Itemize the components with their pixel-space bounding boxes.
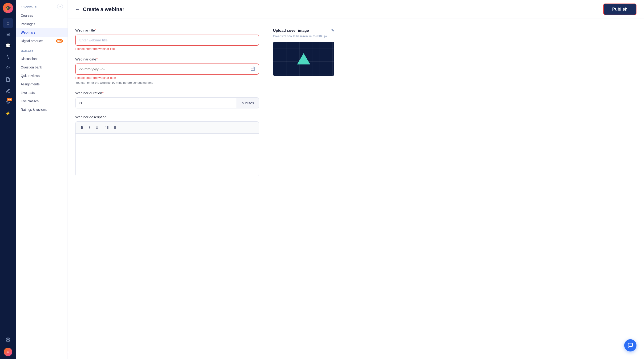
webinar-title-input[interactable]: [75, 34, 259, 46]
main-content: ← Create a webinar Publish Webinar title…: [68, 0, 644, 359]
nav-item-packages[interactable]: Packages: [16, 20, 68, 28]
nav-item-quiz-reviews[interactable]: Quiz reviews: [16, 71, 68, 80]
upload-cover-hint: Cover size should be minimum 752x408 px: [273, 34, 334, 38]
upload-cover-title: Upload cover image ✎: [273, 28, 334, 33]
title-required-mark: *: [95, 28, 96, 32]
collapse-nav-button[interactable]: «: [57, 4, 63, 9]
nav-icon-quiz[interactable]: [3, 86, 13, 96]
duration-unit: Minutes: [236, 98, 259, 108]
back-button[interactable]: ←: [75, 6, 80, 12]
nav-icon-documents[interactable]: [3, 74, 13, 85]
nav-icon-users[interactable]: [3, 63, 13, 73]
nav-item-digital-products[interactable]: Digital products New: [16, 37, 68, 45]
title-error-msg: Please enter the webinar title: [75, 47, 259, 50]
webinar-date-group: Webinar date* Please enter the webinar d…: [75, 57, 259, 84]
italic-button[interactable]: I: [86, 124, 93, 131]
nav-item-courses[interactable]: Courses: [16, 11, 68, 20]
webinar-date-label: Webinar date*: [75, 57, 259, 61]
nav-icon-settings[interactable]: [3, 335, 13, 345]
unordered-list-button[interactable]: [111, 124, 118, 131]
webinar-description-group: Webinar description B I U: [75, 115, 259, 176]
webinar-description-label: Webinar description: [75, 115, 259, 119]
back-title-group: ← Create a webinar: [75, 6, 124, 12]
cover-image-preview[interactable]: [273, 42, 334, 76]
duration-row: Minutes: [75, 97, 259, 108]
left-nav: PRODUCTS « Courses Packages Webinars Dig…: [16, 0, 68, 359]
webinar-date-input[interactable]: [75, 63, 259, 75]
form-left: Webinar title* Please enter the webinar …: [75, 28, 259, 350]
form-area: Webinar title* Please enter the webinar …: [68, 19, 644, 359]
webinar-duration-group: Webinar duration* Minutes: [75, 91, 259, 108]
icon-sidebar: 🎓 ⌂ ⊞ 💬 New ⚡ U: [0, 0, 16, 359]
play-triangle-icon: [297, 53, 310, 64]
date-hint: You can enter the webinar 10 mins before…: [75, 81, 259, 84]
ordered-list-button[interactable]: [104, 124, 111, 131]
underline-button[interactable]: U: [94, 124, 100, 131]
editor-toolbar: B I U: [76, 122, 259, 134]
date-error-msg: Please enter the webinar date: [75, 76, 259, 79]
chat-fab-button[interactable]: [624, 339, 636, 352]
svg-point-0: [6, 66, 8, 68]
nav-item-ratings-reviews[interactable]: Ratings & reviews: [16, 105, 68, 114]
nav-item-live-classes[interactable]: Live classes: [16, 97, 68, 105]
bold-button[interactable]: B: [78, 124, 86, 131]
date-required-mark: *: [96, 57, 98, 61]
edit-cover-icon[interactable]: ✎: [331, 28, 334, 33]
duration-required-mark: *: [102, 91, 104, 95]
duration-input[interactable]: [76, 98, 236, 108]
nav-icon-chat[interactable]: 💬: [3, 40, 13, 51]
manage-section-label: MANAGE: [16, 45, 68, 54]
nav-icon-broadcast[interactable]: New: [3, 97, 13, 107]
nav-icon-lightning[interactable]: ⚡: [3, 108, 13, 119]
nav-icon-home[interactable]: ⌂: [3, 18, 13, 28]
description-editor-body[interactable]: [76, 134, 259, 176]
nav-icon-analytics[interactable]: [3, 52, 13, 62]
nav-item-live-tests[interactable]: Live tests: [16, 88, 68, 97]
upload-cover-section: Upload cover image ✎ Cover size should b…: [273, 28, 334, 76]
new-badge: New: [7, 98, 12, 101]
top-bar: ← Create a webinar Publish: [68, 0, 644, 19]
date-input-wrap: [75, 63, 259, 75]
calendar-icon[interactable]: [250, 66, 255, 72]
toolbar-separator: [102, 125, 102, 130]
nav-item-discussions[interactable]: Discussions: [16, 54, 68, 63]
nav-item-question-bank[interactable]: Question bank: [16, 63, 68, 71]
page-title: Create a webinar: [83, 6, 124, 12]
description-editor: B I U: [75, 121, 259, 176]
user-avatar[interactable]: U: [4, 348, 12, 356]
form-right: Upload cover image ✎ Cover size should b…: [273, 28, 334, 350]
webinar-title-label: Webinar title*: [75, 28, 259, 32]
webinar-title-group: Webinar title* Please enter the webinar …: [75, 28, 259, 50]
sidebar-divider: [3, 332, 13, 332]
app-logo[interactable]: 🎓: [3, 3, 13, 13]
digital-products-badge: New: [56, 39, 63, 42]
products-section-label: PRODUCTS: [21, 5, 37, 8]
nav-item-assignments[interactable]: Assignments: [16, 80, 68, 88]
nav-item-webinars[interactable]: Webinars: [16, 28, 68, 37]
nav-icon-products[interactable]: ⊞: [3, 29, 13, 39]
webinar-duration-label: Webinar duration*: [75, 91, 259, 95]
svg-rect-2: [251, 67, 255, 70]
svg-point-1: [8, 339, 9, 341]
publish-button[interactable]: Publish: [603, 3, 636, 15]
